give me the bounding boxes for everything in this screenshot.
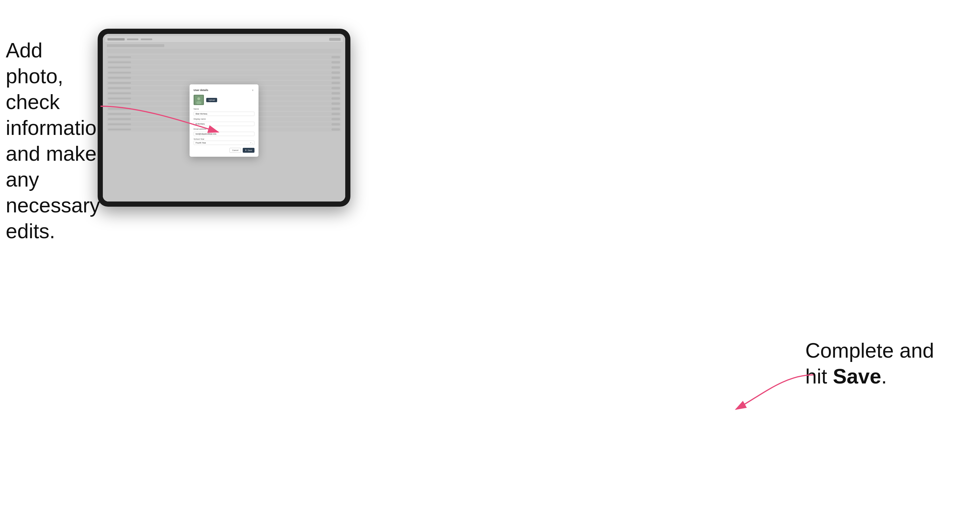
display-name-field-group: Display name bbox=[194, 118, 255, 126]
school-year-input[interactable] bbox=[194, 141, 255, 145]
name-label: Name bbox=[194, 108, 255, 110]
email-input[interactable] bbox=[194, 132, 255, 136]
name-input[interactable] bbox=[194, 112, 255, 116]
user-details-modal: User details × Upload bbox=[189, 84, 258, 157]
name-field-group: Name bbox=[194, 108, 255, 116]
select-icons: × ⌄ bbox=[250, 142, 253, 144]
modal-overlay: User details × Upload bbox=[103, 34, 345, 202]
annotation-right: Complete and hit Save. bbox=[805, 338, 934, 389]
display-name-input[interactable] bbox=[194, 122, 255, 126]
chevron-down-icon[interactable]: ⌄ bbox=[252, 142, 253, 144]
svg-point-1 bbox=[197, 97, 200, 100]
upload-photo-button[interactable]: Upload bbox=[206, 98, 217, 102]
school-year-label: School Year bbox=[194, 138, 255, 140]
display-name-label: Display name bbox=[194, 118, 255, 120]
annotation-save-word: Save bbox=[833, 365, 881, 388]
annotation-left: Add photo, check information and make an… bbox=[6, 37, 98, 244]
save-button-label: Save bbox=[248, 149, 252, 151]
select-clear-icon[interactable]: × bbox=[250, 142, 251, 144]
avatar bbox=[194, 95, 204, 105]
close-icon[interactable]: × bbox=[251, 89, 255, 92]
school-year-select-wrapper: × ⌄ bbox=[194, 141, 255, 145]
save-button[interactable]: ⬆ Save bbox=[243, 148, 255, 153]
modal-footer: Cancel ⬆ Save bbox=[194, 148, 255, 153]
modal-header: User details × bbox=[194, 89, 255, 92]
tablet-device: User details × Upload bbox=[98, 29, 350, 207]
email-field-group: Email address bbox=[194, 128, 255, 136]
save-icon: ⬆ bbox=[245, 149, 247, 152]
school-year-field-group: School Year × ⌄ bbox=[194, 138, 255, 145]
avatar-image bbox=[195, 95, 203, 104]
cancel-button[interactable]: Cancel bbox=[229, 148, 241, 153]
photo-upload-row: Upload bbox=[194, 95, 255, 105]
tablet-screen: User details × Upload bbox=[103, 34, 345, 202]
modal-title: User details bbox=[194, 89, 208, 92]
email-label: Email address bbox=[194, 128, 255, 130]
